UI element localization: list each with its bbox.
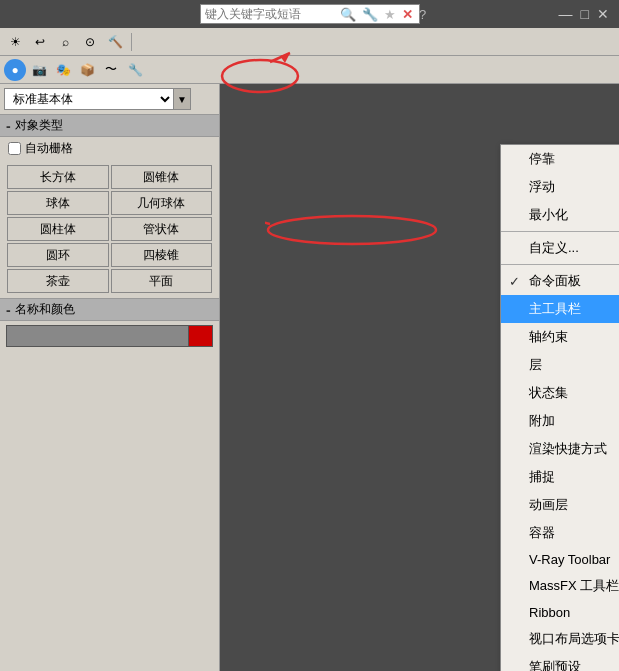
toolbar-btn-1[interactable]: ☀ xyxy=(4,31,26,53)
menu-item-extras-label: 附加 xyxy=(529,412,555,430)
menu-item-brush-presets-label: 笔刷预设 xyxy=(529,658,581,671)
menu-item-axis-constraints[interactable]: 轴约束 xyxy=(501,323,619,351)
obj-btn-teapot[interactable]: 茶壶 xyxy=(7,269,109,293)
section-name-color: - 名称和颜色 xyxy=(0,298,219,321)
menu-item-render-shortcuts-label: 渲染快捷方式 xyxy=(529,440,607,458)
menu-item-brush-presets[interactable]: 笔刷预设 xyxy=(501,653,619,671)
section-object-type-label: 对象类型 xyxy=(15,117,63,134)
collapse-name-color-icon[interactable]: - xyxy=(6,302,11,318)
menu-item-render-shortcuts[interactable]: 渲染快捷方式 xyxy=(501,435,619,463)
menu-item-main-toolbar-label: 主工具栏 xyxy=(529,300,581,318)
menu-item-massfx-toolbar[interactable]: MassFX 工具栏 xyxy=(501,572,619,600)
section-name-color-label: 名称和颜色 xyxy=(15,301,75,318)
toolbar2-btn-1[interactable]: ● xyxy=(4,59,26,81)
menu-item-axis-constraints-label: 轴约束 xyxy=(529,328,568,346)
menu-item-extras[interactable]: 附加 xyxy=(501,407,619,435)
menu-item-vray-toolbar-label: V-Ray Toolbar xyxy=(529,552,610,567)
obj-btn-geosphere[interactable]: 几何球体 xyxy=(111,191,213,215)
obj-btn-pyramid[interactable]: 四棱锥 xyxy=(111,243,213,267)
menu-item-massfx-toolbar-label: MassFX 工具栏 xyxy=(529,577,619,595)
toolbar-row-2: ● 📷 🎭 📦 〜 🔧 xyxy=(0,56,619,84)
obj-btn-tube[interactable]: 管状体 xyxy=(111,217,213,241)
menu-item-snaps[interactable]: 捕捉 xyxy=(501,463,619,491)
toolbar-btn-4[interactable]: ⊙ xyxy=(79,31,101,53)
menu-item-float[interactable]: 浮动 xyxy=(501,173,619,201)
menu-item-snaps-label: 捕捉 xyxy=(529,468,555,486)
viewport[interactable]: 停靠 ▶ 浮动 最小化 自定义... ✓ 命令面板 xyxy=(220,84,619,671)
close-button[interactable]: ✕ xyxy=(595,6,611,22)
obj-btn-box[interactable]: 长方体 xyxy=(7,165,109,189)
toolbar2-btn-5[interactable]: 〜 xyxy=(100,59,122,81)
menu-item-ribbon-label: Ribbon xyxy=(529,605,570,620)
context-menu: 停靠 ▶ 浮动 最小化 自定义... ✓ 命令面板 xyxy=(500,144,619,671)
color-bar[interactable] xyxy=(6,325,213,347)
menu-item-animation-layers[interactable]: 动画层 xyxy=(501,491,619,519)
menu-item-containers[interactable]: 容器 xyxy=(501,519,619,547)
obj-btn-cone[interactable]: 圆锥体 xyxy=(111,165,213,189)
section-object-type: - 对象类型 xyxy=(0,114,219,137)
menu-item-minimize[interactable]: 最小化 xyxy=(501,201,619,229)
minimize-button[interactable]: — xyxy=(557,6,575,22)
toolbar-separator xyxy=(131,33,132,51)
close-icon[interactable]: ✕ xyxy=(402,7,413,22)
menu-item-minimize-label: 最小化 xyxy=(529,206,568,224)
menu-item-layers-label: 层 xyxy=(529,356,542,374)
menu-item-layers[interactable]: 层 xyxy=(501,351,619,379)
menu-item-dock[interactable]: 停靠 ▶ xyxy=(501,145,619,173)
menu-item-animation-layers-label: 动画层 xyxy=(529,496,568,514)
object-category-select[interactable]: 标准基本体 xyxy=(4,88,174,110)
search-icon[interactable]: 🔍 xyxy=(340,7,356,22)
menu-item-viewport-layout[interactable]: 视口布局选项卡 xyxy=(501,625,619,653)
dropdown-arrow-icon[interactable]: ▼ xyxy=(173,88,191,110)
toolbar2-btn-2[interactable]: 📷 xyxy=(28,59,50,81)
menu-item-state-sets[interactable]: 状态集 xyxy=(501,379,619,407)
menu-item-float-label: 浮动 xyxy=(529,178,555,196)
checkmark-icon: ✓ xyxy=(509,274,520,289)
toolbar-btn-2[interactable]: ↩ xyxy=(29,31,51,53)
obj-btn-torus[interactable]: 圆环 xyxy=(7,243,109,267)
left-panel: 标准基本体 ▼ - 对象类型 自动栅格 长方体 圆锥体 球体 几何球体 圆柱体 … xyxy=(0,84,220,671)
toolbar2-btn-4[interactable]: 📦 xyxy=(76,59,98,81)
help-icon[interactable]: ? xyxy=(419,7,426,22)
menu-separator-2 xyxy=(501,264,619,265)
menu-item-dock-label: 停靠 xyxy=(529,150,555,168)
auto-grid-checkbox[interactable] xyxy=(8,142,21,155)
obj-btn-cylinder[interactable]: 圆柱体 xyxy=(7,217,109,241)
toolbar-btn-3[interactable]: ⌕ xyxy=(54,31,76,53)
menu-item-state-sets-label: 状态集 xyxy=(529,384,568,402)
menu-item-main-toolbar[interactable]: 主工具栏 xyxy=(501,295,619,323)
collapse-icon[interactable]: - xyxy=(6,118,11,134)
window-controls: — □ ✕ xyxy=(557,6,611,22)
main-area: 标准基本体 ▼ - 对象类型 自动栅格 长方体 圆锥体 球体 几何球体 圆柱体 … xyxy=(0,84,619,671)
menu-item-viewport-layout-label: 视口布局选项卡 xyxy=(529,630,619,648)
menu-item-command-panel-label: 命令面板 xyxy=(529,272,581,290)
toolbar2-btn-6[interactable]: 🔧 xyxy=(124,59,146,81)
toolbar-row-1: ☀ ↩ ⌕ ⊙ 🔨 xyxy=(0,28,619,56)
maximize-button[interactable]: □ xyxy=(579,6,591,22)
auto-grid-label: 自动栅格 xyxy=(25,140,73,157)
tools-icon[interactable]: 🔧 xyxy=(362,7,378,22)
menu-item-ribbon[interactable]: Ribbon xyxy=(501,600,619,625)
toolbar-btn-5[interactable]: 🔨 xyxy=(104,31,126,53)
star-icon[interactable]: ★ xyxy=(384,7,396,22)
object-buttons-grid: 长方体 圆锥体 球体 几何球体 圆柱体 管状体 圆环 四棱锥 茶壶 平面 xyxy=(6,164,213,294)
menu-item-vray-toolbar[interactable]: V-Ray Toolbar xyxy=(501,547,619,572)
color-section xyxy=(6,325,213,347)
obj-btn-plane[interactable]: 平面 xyxy=(111,269,213,293)
menu-item-containers-label: 容器 xyxy=(529,524,555,542)
menu-item-command-panel[interactable]: ✓ 命令面板 xyxy=(501,267,619,295)
obj-btn-sphere[interactable]: 球体 xyxy=(7,191,109,215)
menu-separator-1 xyxy=(501,231,619,232)
menu-item-customize[interactable]: 自定义... xyxy=(501,234,619,262)
titlebar-icons-left: 🔍 🔧 ★ ✕ ? xyxy=(340,7,426,22)
panel-dropdown: 标准基本体 ▼ xyxy=(4,88,215,110)
color-swatch[interactable] xyxy=(188,326,212,346)
auto-grid-row: 自动栅格 xyxy=(0,137,219,160)
menu-item-customize-label: 自定义... xyxy=(529,239,579,257)
toolbar2-btn-3[interactable]: 🎭 xyxy=(52,59,74,81)
title-bar: 🔍 🔧 ★ ✕ ? — □ ✕ xyxy=(0,0,619,28)
